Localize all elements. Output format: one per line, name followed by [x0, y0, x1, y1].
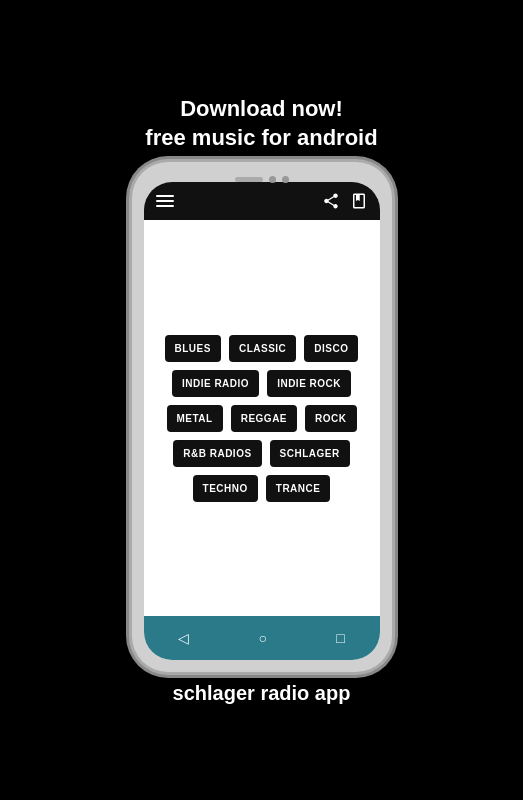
- genre-row-3: METAL REGGAE ROCK: [167, 405, 357, 432]
- phone-camera2: [282, 176, 289, 183]
- genre-indie-rock[interactable]: INDIE ROCK: [267, 370, 351, 397]
- genre-row-5: TECHNO TRANCE: [193, 475, 331, 502]
- genre-indie-radio[interactable]: INDIE RADIO: [172, 370, 259, 397]
- book-icon[interactable]: [350, 192, 368, 210]
- nav-back-button[interactable]: ◁: [166, 626, 201, 650]
- phone-camera: [269, 176, 276, 183]
- bottom-heading: schlager radio app: [173, 682, 351, 705]
- genre-techno[interactable]: TECHNO: [193, 475, 258, 502]
- genre-schlager[interactable]: SCHLAGER: [270, 440, 350, 467]
- genre-classic[interactable]: CLASSIC: [229, 335, 296, 362]
- nav-home-button[interactable]: ○: [247, 626, 279, 650]
- genre-reggae[interactable]: REGGAE: [231, 405, 297, 432]
- phone-inner: BLUES CLASSIC DISCO INDIE RADIO INDIE RO…: [144, 182, 380, 660]
- app-content: BLUES CLASSIC DISCO INDIE RADIO INDIE RO…: [144, 220, 380, 616]
- genre-trance[interactable]: TRANCE: [266, 475, 331, 502]
- hamburger-menu[interactable]: [156, 195, 174, 207]
- nav-recent-button[interactable]: □: [324, 626, 356, 650]
- genre-row-4: R&B RADIOS SCHLAGER: [173, 440, 349, 467]
- genre-row-2: INDIE RADIO INDIE ROCK: [172, 370, 351, 397]
- genre-rnb[interactable]: R&B RADIOS: [173, 440, 261, 467]
- top-heading: Download now!free music for android: [145, 95, 377, 152]
- phone-speaker: [235, 177, 263, 182]
- app-header: [144, 182, 380, 220]
- genre-grid: BLUES CLASSIC DISCO INDIE RADIO INDIE RO…: [154, 335, 370, 502]
- share-icon[interactable]: [322, 192, 340, 210]
- header-icons: [322, 192, 368, 210]
- genre-row-1: BLUES CLASSIC DISCO: [165, 335, 359, 362]
- genre-disco[interactable]: DISCO: [304, 335, 358, 362]
- bottom-nav: ◁ ○ □: [144, 616, 380, 660]
- genre-metal[interactable]: METAL: [167, 405, 223, 432]
- genre-rock[interactable]: ROCK: [305, 405, 356, 432]
- phone-wrapper: BLUES CLASSIC DISCO INDIE RADIO INDIE RO…: [132, 162, 392, 672]
- genre-blues[interactable]: BLUES: [165, 335, 221, 362]
